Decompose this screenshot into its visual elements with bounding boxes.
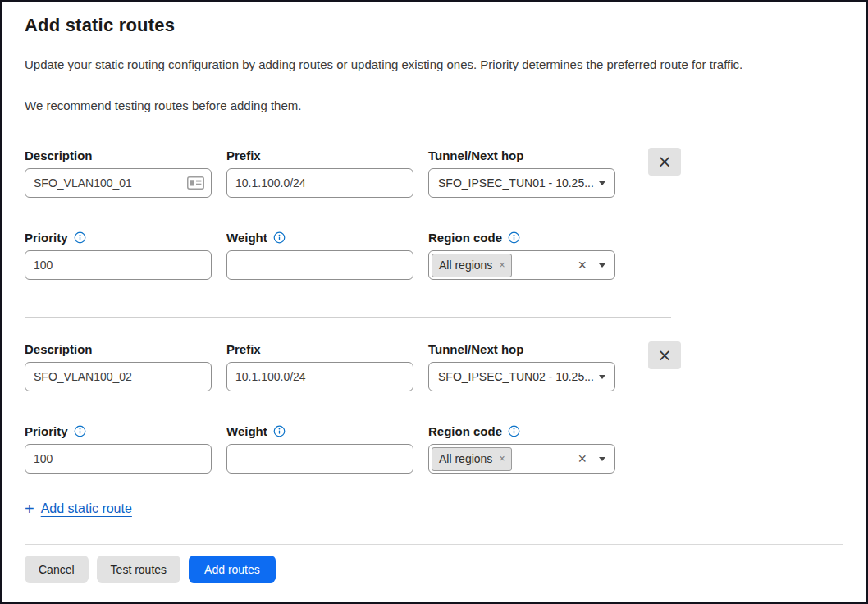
route2-region-field: Region code All regions ×	[428, 423, 615, 474]
info-icon[interactable]	[508, 425, 520, 437]
route1-secondary-row: Priority Weight	[25, 229, 843, 280]
info-icon[interactable]	[273, 425, 286, 437]
region-code-select[interactable]: All regions × ×	[428, 250, 615, 280]
clear-selection-icon[interactable]: ×	[578, 451, 587, 466]
priority-input[interactable]	[25, 250, 212, 280]
tunnel-select-value: SFO_IPSEC_TUN02 - 10.25...	[438, 370, 599, 383]
priority-input[interactable]	[25, 444, 212, 474]
chevron-down-icon	[599, 263, 605, 268]
prefix-label: Prefix	[226, 149, 261, 162]
prefix-input[interactable]	[226, 362, 413, 391]
remove-route-button[interactable]: ×	[648, 341, 681, 369]
info-icon[interactable]	[273, 231, 286, 244]
description-label: Description	[25, 342, 93, 356]
chevron-down-icon	[599, 181, 605, 185]
route-group-2: Description Prefix Tunnel/Next hop SFO_I…	[25, 341, 843, 474]
add-routes-button[interactable]: Add routes	[189, 556, 276, 583]
contact-card-icon	[187, 176, 204, 190]
chevron-down-icon	[599, 375, 605, 379]
chip-remove-icon[interactable]: ×	[499, 454, 505, 464]
footer-divider	[25, 544, 843, 545]
route2-tunnel-field: Tunnel/Next hop SFO_IPSEC_TUN02 - 10.25.…	[428, 341, 615, 391]
region-code-select[interactable]: All regions × ×	[428, 444, 615, 474]
route2-priority-field: Priority	[25, 423, 212, 474]
route2-prefix-field: Prefix	[226, 341, 413, 391]
route2-secondary-row: Priority Weight	[25, 423, 843, 474]
info-icon[interactable]	[74, 425, 86, 437]
region-chip: All regions ×	[432, 254, 512, 277]
route2-main-row: Description Prefix Tunnel/Next hop SFO_I…	[25, 341, 843, 391]
region-code-label: Region code	[428, 424, 502, 438]
description-input[interactable]	[25, 168, 212, 198]
region-chip-label: All regions	[439, 259, 492, 272]
add-static-route-link[interactable]: + Add static route	[25, 500, 132, 518]
priority-label: Priority	[25, 231, 68, 245]
weight-label: Weight	[226, 424, 267, 438]
route1-tunnel-field: Tunnel/Next hop SFO_IPSEC_TUN01 - 10.25.…	[428, 147, 615, 198]
add-static-routes-dialog: Add static routes Update your static rou…	[0, 0, 868, 604]
page-note: We recommend testing routes before addin…	[25, 98, 843, 115]
route1-description-field: Description	[25, 147, 212, 198]
weight-input[interactable]	[226, 444, 413, 474]
route2-weight-field: Weight	[226, 423, 413, 474]
route1-weight-field: Weight	[226, 229, 413, 280]
page-description: Update your static routing configuration…	[25, 57, 843, 74]
remove-route-button[interactable]: ×	[648, 148, 681, 176]
prefix-input[interactable]	[226, 168, 413, 198]
add-static-route-label[interactable]: Add static route	[41, 501, 132, 516]
test-routes-button[interactable]: Test routes	[97, 556, 180, 583]
chip-remove-icon[interactable]: ×	[499, 260, 505, 270]
route1-priority-field: Priority	[25, 229, 212, 280]
clear-selection-icon[interactable]: ×	[578, 258, 587, 272]
chevron-down-icon	[599, 457, 605, 461]
info-icon[interactable]	[508, 231, 520, 244]
priority-label: Priority	[25, 424, 68, 438]
route-group-1: Description Prefix	[25, 147, 843, 280]
route2-description-field: Description	[25, 341, 212, 391]
description-input[interactable]	[25, 362, 212, 391]
footer-actions: Cancel Test routes Add routes	[25, 556, 843, 583]
weight-label: Weight	[226, 231, 267, 245]
weight-input[interactable]	[226, 250, 413, 280]
description-label: Description	[25, 149, 93, 162]
tunnel-select-value: SFO_IPSEC_TUN01 - 10.25...	[438, 176, 599, 190]
route1-main-row: Description Prefix	[25, 147, 843, 198]
prefix-label: Prefix	[226, 342, 261, 356]
tunnel-next-hop-label: Tunnel/Next hop	[428, 342, 523, 356]
route-divider	[25, 317, 671, 318]
plus-icon: +	[25, 501, 34, 517]
tunnel-next-hop-label: Tunnel/Next hop	[428, 149, 523, 162]
page-title: Add static routes	[25, 15, 843, 38]
region-chip: All regions ×	[432, 447, 512, 471]
route1-region-field: Region code All regions ×	[428, 229, 615, 280]
cancel-button[interactable]: Cancel	[25, 556, 89, 583]
region-chip-label: All regions	[439, 452, 492, 465]
tunnel-select[interactable]: SFO_IPSEC_TUN02 - 10.25...	[428, 362, 615, 391]
tunnel-select[interactable]: SFO_IPSEC_TUN01 - 10.25...	[428, 168, 615, 198]
region-code-label: Region code	[428, 231, 502, 245]
info-icon[interactable]	[74, 231, 86, 244]
route1-prefix-field: Prefix	[226, 147, 413, 198]
